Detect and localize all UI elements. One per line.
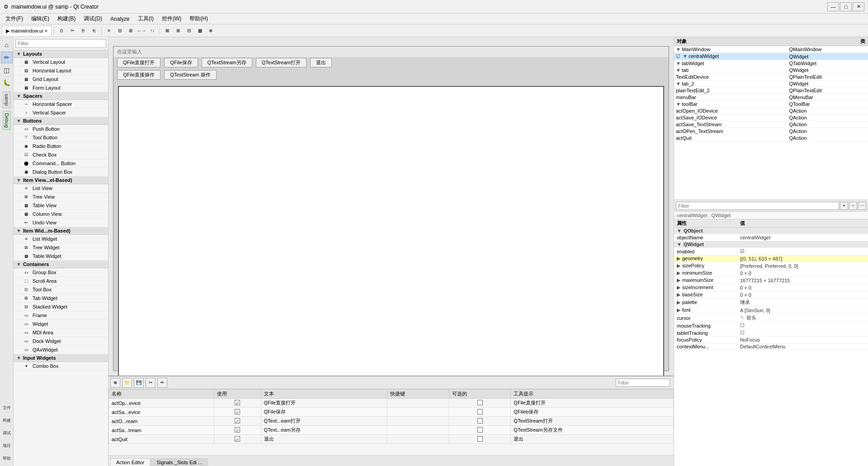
widget-filter-input[interactable] [15,39,106,48]
menu-debug[interactable]: 调试(D) [80,14,106,24]
obj-row-mainwindow[interactable]: ▼MainWindow QMainWindow [674,46,868,53]
widget-group-box[interactable]: ▭ Group Box [14,268,108,277]
action-open-btn[interactable]: 📁 [122,378,132,388]
menu-edit[interactable]: 编辑(E) [28,14,53,24]
obj-row-centralwidget[interactable]: ☑ ▼centralWidget QWidget [674,53,868,60]
category-containers[interactable]: ▼ Containers [14,261,108,268]
sidebar-file-btn[interactable]: 文件 [1,402,13,414]
sidebar-design-btn[interactable]: ◫ [1,64,13,76]
toolbar-align-btn2[interactable]: ⊟ [115,26,125,36]
widget-tool-box[interactable]: ⊡ Tool Box [14,285,108,294]
widget-horizontal-layout[interactable]: ▤ Horizontal Layout [14,67,108,75]
expand-mainwindow[interactable]: ▼ [676,47,681,52]
prop-row-mousetracking[interactable]: mouseTracking ☐ [674,322,868,329]
obj-row-actquit[interactable]: actQuit QAction [674,135,868,142]
widget-tool-button[interactable]: ⊤ Tool Button [14,133,108,142]
prop-sizepolicy-expand[interactable]: ▶ [677,263,680,268]
prop-val-contextmenu[interactable]: DefaultContextMenu [737,343,868,350]
menu-file[interactable]: 文件(F) [2,14,27,24]
prop-row-objectname[interactable]: objectName centralWidget [674,234,868,241]
widget-horizontal-spacer[interactable]: ↔ Horizontal Spacer [14,100,108,109]
widget-grid-layout[interactable]: ▦ Grid Layout [14,75,108,84]
obj-row-tab[interactable]: ▼tab QWidget [674,67,868,74]
qtextstream-save-btn[interactable]: QTextStream另存 [202,58,252,67]
sidebar-debug-icon[interactable]: 🐛 [1,77,13,89]
prop-row-tablettracking[interactable]: tabletTracking ☐ [674,329,868,337]
prop-val-sizepolicy[interactable]: [Preferred, Preferred, 0, 0] [737,262,868,270]
prop-val-geometry[interactable]: [(0, 51), 633 × 487] [737,255,868,262]
file-tab[interactable]: ▶ mainwindow.ui × [2,26,52,36]
toolbar-align-btn1[interactable]: ≡ [104,26,114,36]
action-delete-btn[interactable]: ✂ [146,378,156,388]
design-area[interactable]: 在这里输入 QFile直接打开 QFile保存 QTextStream另存 QT… [108,37,674,376]
menu-analyze[interactable]: Analyze [107,15,133,23]
prop-row-minsize[interactable]: ▶minimumSize 0 × 0 [674,270,868,277]
prop-val-maxsize[interactable]: 16777215 × 16777215 [737,277,868,284]
obj-row-actopentextstream[interactable]: actOPen_TextStream QAction [674,128,868,135]
category-spacers[interactable]: ▼ Spacers [14,92,108,100]
action-row[interactable]: actSa...evice QFile保存 QFileb保存 [109,408,674,417]
prop-minus-btn[interactable]: − [849,202,857,210]
obj-row-toolbar[interactable]: ▼toolBar QToolBar [674,101,868,108]
obj-row-tabwidget[interactable]: ▼tabWidget QTabWidget [674,60,868,67]
signals-slots-tab[interactable]: Signals _Slots Edi ... [151,458,208,466]
menu-tools[interactable]: 工具(I) [134,14,157,24]
prop-group-qwidget-expand[interactable]: ▼ [677,242,682,247]
menu-help[interactable]: 帮助(H) [186,14,212,24]
action-row[interactable]: actSa...tream QText...eam另存 QTextStream另… [109,426,674,435]
widget-column-view[interactable]: ▦ Column View [14,210,108,219]
widget-table-view[interactable]: ▦ Table View [14,201,108,210]
close-button[interactable]: ✕ [853,2,864,11]
widget-qax-widget[interactable]: ▭ QAxWidget [14,346,108,354]
minimize-button[interactable]: — [827,2,839,11]
category-input-widgets[interactable]: ▼ Input Widgets [14,354,108,362]
widget-widget[interactable]: ▭ Widget [14,320,108,328]
prop-more-btn[interactable]: ⋯ [858,202,866,210]
action-filter-input[interactable] [616,379,670,387]
obj-row-actsavetextstream[interactable]: actSave_TextStream QAction [674,121,868,128]
prop-font-expand[interactable]: ▶ [677,307,680,313]
obj-row-plaintextedit2[interactable]: plainTextEdit_2 QPlainTextEdit [674,87,868,94]
sidebar-help-btn[interactable]: 帮助 [1,452,13,464]
category-item-widget[interactable]: ▼ Item Wid...m-Based) [14,227,108,235]
obj-row-texteditdevice[interactable]: TextEditDevice QPlainTextEdit [674,74,868,81]
form-inner-area[interactable] [118,86,664,376]
prop-val-palette[interactable]: 继承 [737,299,868,307]
prop-row-basesize[interactable]: ▶baseSize 0 × 0 [674,291,868,299]
action-editor-tab[interactable]: Action Editor [110,458,150,466]
widget-undo-view[interactable]: ↩ Undo View [14,219,108,227]
widget-radio-button[interactable]: ◉ Radio Button [14,142,108,151]
widget-vertical-spacer[interactable]: ↕ Vertical Spacer [14,109,108,117]
widget-list-widget[interactable]: ≡ List Widget [14,235,108,243]
quit-btn[interactable]: 退出 [310,58,332,67]
obj-row-actsave[interactable]: actSave_IODevice QAction [674,114,868,121]
widget-tree-widget[interactable]: ⊞ Tree Widget [14,243,108,252]
widget-frame[interactable]: ▭ Frame [14,311,108,320]
action-edit-btn[interactable]: ✏ [157,378,167,388]
widget-command-button[interactable]: ⬤ Command... Button [14,159,108,168]
category-item-view[interactable]: ▼ Item View...el-Based) [14,176,108,184]
obj-row-menubar[interactable]: menuBar QMenuBar [674,94,868,101]
prop-val-sizeincrement[interactable]: 0 × 0 [737,284,868,291]
category-layouts[interactable]: ▼ Layouts [14,50,108,58]
toolbar-align-btn4[interactable]: ←→ [137,26,146,36]
widget-check-box[interactable]: ☑ Check Box [14,151,108,159]
prop-val-enabled[interactable]: ☑ [737,248,868,255]
prop-row-geometry[interactable]: ▶geometry [(0, 51), 633 × 487] [674,255,868,262]
prop-val-cursor[interactable]: ↖ 箭头 [737,314,868,322]
prop-row-sizepolicy[interactable]: ▶sizePolicy [Preferred, Preferred, 0, 0] [674,262,868,270]
action-save-btn[interactable]: 💾 [134,378,144,388]
category-buttons[interactable]: ▼ Buttons [14,117,108,125]
prop-row-sizeincrement[interactable]: ▶sizeIncrement 0 × 0 [674,284,868,291]
widget-push-button[interactable]: ▭ Push Button [14,125,108,133]
toolbar-grid-btn1[interactable]: ⊠ [162,26,172,36]
prop-val-focuspolicy[interactable]: NoFocus [737,337,868,343]
action-new-btn[interactable]: ⊕ [110,378,120,388]
prop-row-palette[interactable]: ▶palette 继承 [674,299,868,307]
expand-tab[interactable]: ▼ [676,67,681,73]
toolbar-grid-btn3[interactable]: ⊟ [184,26,194,36]
maximize-button[interactable]: □ [840,2,852,11]
qfile-save-btn[interactable]: QFile保存 [164,58,198,67]
toolbar-break-btn[interactable]: ⊗ [206,26,216,36]
widget-tab-widget[interactable]: ⊞ Tab Widget [14,294,108,303]
